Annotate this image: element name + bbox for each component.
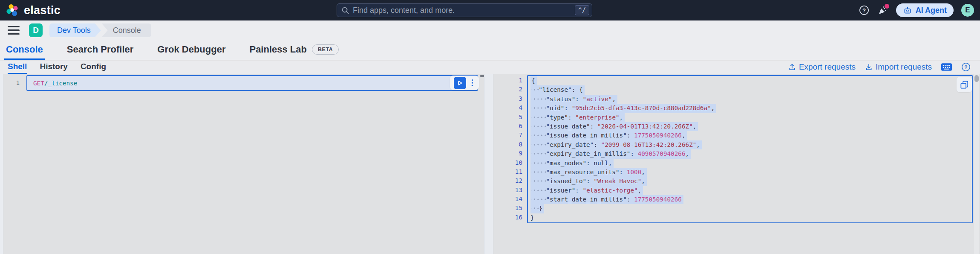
response-scrollbar-thumb[interactable] — [974, 75, 979, 82]
request-editor-panel[interactable]: 1 GET /_license — [3, 74, 484, 254]
console-toolbar: Shell History Config Export requests Imp… — [0, 61, 980, 74]
tab-grok-debugger[interactable]: Grok Debugger — [156, 40, 227, 60]
search-placeholder: Find apps, content, and more. — [353, 6, 575, 15]
space-chip[interactable]: D — [29, 23, 43, 37]
response-line: "start_date_in_millis": 1775050940266 — [528, 195, 972, 204]
response-scrollbar[interactable] — [974, 74, 979, 254]
breadcrumb-bar: D Dev Tools Console — [0, 20, 980, 40]
response-line: "issue_date_in_millis": 1775050940266, — [528, 131, 972, 140]
global-search-input[interactable]: Find apps, content, and more. ^/ — [337, 3, 592, 17]
console-subtabs: Shell History Config — [8, 61, 106, 74]
notification-dot — [885, 4, 889, 9]
console-toolbar-actions: Export requests Import requests — [788, 61, 971, 73]
tab-search-profiler[interactable]: Search Profiler — [65, 40, 135, 60]
response-line: "license": { — [528, 85, 972, 94]
response-code[interactable]: { "license": { "status": "active", "uid"… — [527, 75, 973, 223]
send-request-button[interactable] — [454, 77, 466, 89]
breadcrumb-console: Console — [102, 23, 151, 37]
request-method: GET — [33, 80, 44, 87]
import-icon — [865, 63, 873, 71]
brand-name: elastic — [24, 4, 61, 17]
editor-line-number: 1 — [3, 75, 20, 91]
console-help-icon[interactable]: ? — [961, 62, 971, 72]
subtab-history[interactable]: History — [40, 61, 67, 74]
response-gutter: 12345678910111213141516 — [493, 76, 522, 222]
response-line: "type": "enterprise", — [528, 113, 972, 122]
subtab-config[interactable]: Config — [81, 61, 106, 74]
export-icon — [788, 63, 796, 71]
request-path: /_license — [44, 80, 77, 87]
response-line: "issued_to": "Wreak Havoc", — [528, 177, 972, 186]
copy-response-button[interactable] — [957, 77, 972, 92]
brand: elastic — [0, 4, 61, 17]
elastic-logo-icon — [6, 4, 19, 17]
ai-agent-button[interactable]: AI Agent — [896, 3, 954, 17]
help-icon[interactable]: ? — [859, 5, 870, 16]
robot-icon — [903, 6, 912, 15]
request-menu-kebab-icon[interactable] — [470, 77, 476, 88]
response-line: "expiry_date": "2099-08-16T13:42:20.266Z… — [528, 140, 972, 149]
request-line[interactable]: GET /_license — [26, 75, 478, 91]
news-announcements-icon[interactable] — [877, 5, 888, 16]
beta-badge: BETA — [312, 44, 339, 55]
response-line: { — [528, 76, 972, 85]
console-main: 1 GET /_license 12345678910111213141516 … — [0, 74, 980, 254]
response-line: "expiry_date_in_millis": 4090570940266, — [528, 149, 972, 158]
subtab-shell[interactable]: Shell — [8, 61, 27, 74]
dev-tools-tab-bar: Console Search Profiler Grok Debugger Pa… — [0, 40, 980, 60]
keyboard-shortcuts-icon[interactable] — [941, 63, 952, 71]
ai-agent-label: AI Agent — [916, 6, 947, 15]
search-shortcut-badge: ^/ — [575, 5, 589, 15]
copy-icon — [960, 80, 969, 89]
export-requests-link[interactable]: Export requests — [788, 62, 856, 72]
search-icon — [341, 6, 349, 15]
svg-text:?: ? — [964, 64, 967, 70]
global-header: elastic Find apps, content, and more. ^/… — [0, 0, 980, 20]
menu-hamburger-icon[interactable] — [8, 26, 20, 35]
play-icon — [457, 80, 463, 86]
breadcrumb-dev-tools[interactable]: Dev Tools — [49, 23, 101, 37]
response-line: "issuer": "elastic-forge", — [528, 186, 972, 195]
user-avatar[interactable]: E — [961, 4, 974, 17]
response-line: "max_resource_units": 1000, — [528, 168, 972, 177]
svg-text:?: ? — [862, 7, 866, 14]
breadcrumb: Dev Tools Console — [49, 23, 151, 37]
response-output-panel[interactable]: 12345678910111213141516 { "license": { "… — [493, 74, 980, 254]
response-line: "uid": "95dc2cb5-dfa3-413c-870d-c880ad22… — [528, 104, 972, 113]
panel-resizer[interactable] — [484, 74, 493, 254]
header-actions: ? AI Agent E — [859, 0, 974, 20]
response-line: "max_nodes": null, — [528, 159, 972, 168]
import-requests-link[interactable]: Import requests — [865, 62, 932, 72]
response-line: } — [528, 213, 972, 222]
request-actions — [450, 76, 479, 90]
response-line: "issue_date": "2026-04-01T13:42:20.266Z"… — [528, 122, 972, 131]
tab-console[interactable]: Console — [4, 40, 45, 60]
tab-painless-lab[interactable]: Painless Lab BETA — [248, 40, 340, 60]
response-line: "status": "active", — [528, 95, 972, 104]
left-edge-strip — [0, 74, 3, 254]
response-line: } — [528, 204, 972, 213]
